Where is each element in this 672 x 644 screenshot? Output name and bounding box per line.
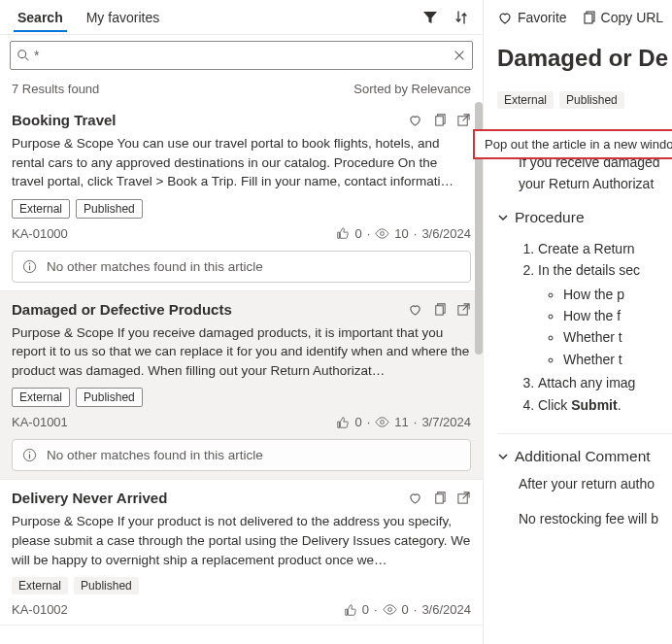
thumb-icon[interactable] bbox=[336, 416, 350, 429]
result-card[interactable]: Delivery Never Arrived Purpose & Scope I… bbox=[0, 480, 483, 626]
article-preview-panel: Favorite Copy URL Damaged or De External… bbox=[484, 0, 672, 644]
search-box bbox=[10, 41, 473, 70]
popout-icon[interactable] bbox=[456, 113, 471, 127]
result-date: 3/6/2024 bbox=[421, 226, 471, 241]
no-match-notice: No other matches found in this article bbox=[12, 439, 471, 471]
purpose-line2: your Return Authorizat bbox=[519, 173, 672, 194]
result-date: 3/6/2024 bbox=[421, 602, 471, 617]
result-id: KA-01001 bbox=[12, 415, 68, 429]
badge-published: Published bbox=[559, 91, 624, 109]
heart-icon[interactable] bbox=[408, 113, 422, 127]
clear-search-icon[interactable] bbox=[453, 49, 466, 62]
additional-line2: No restocking fee will b bbox=[519, 508, 672, 529]
popout-icon[interactable] bbox=[456, 491, 471, 505]
badge: Published bbox=[74, 577, 139, 594]
badge: Published bbox=[76, 388, 143, 407]
svg-point-16 bbox=[387, 608, 391, 612]
search-panel: Search My favorites 7 Results found Sort… bbox=[0, 0, 484, 644]
article-title: Damaged or De bbox=[484, 37, 672, 84]
result-snippet: Purpose & Scope You can use our travel p… bbox=[12, 134, 471, 191]
thumb-icon[interactable] bbox=[344, 603, 357, 617]
result-card[interactable]: Booking Travel Purpose & Scope You can u… bbox=[0, 102, 483, 291]
copy-icon[interactable] bbox=[432, 302, 447, 317]
copy-icon[interactable] bbox=[432, 113, 447, 127]
search-input[interactable] bbox=[30, 48, 453, 63]
svg-point-7 bbox=[29, 262, 31, 264]
filter-icon[interactable] bbox=[415, 6, 446, 29]
results-count: 7 Results found bbox=[12, 82, 99, 96]
popout-tooltip: Pop out the article in a new window bbox=[473, 129, 672, 159]
tab-search[interactable]: Search bbox=[6, 4, 75, 31]
svg-point-10 bbox=[381, 421, 385, 424]
no-match-notice: No other matches found in this article bbox=[12, 251, 471, 283]
favorite-button[interactable]: Favorite bbox=[497, 10, 567, 25]
svg-rect-14 bbox=[436, 494, 444, 503]
chevron-down-icon bbox=[497, 451, 509, 462]
svg-rect-8 bbox=[436, 305, 444, 314]
tabs-row: Search My favorites bbox=[0, 0, 483, 35]
result-snippet: Purpose & Scope If your product is not d… bbox=[12, 512, 471, 569]
section-additional-toggle[interactable]: Additional Comment bbox=[497, 448, 672, 465]
badge-external: External bbox=[497, 91, 554, 109]
svg-point-4 bbox=[381, 231, 385, 235]
svg-point-13 bbox=[29, 452, 31, 454]
sort-label[interactable]: Sorted by Relevance bbox=[353, 82, 471, 96]
sort-icon[interactable] bbox=[446, 6, 477, 29]
heart-icon[interactable] bbox=[408, 302, 422, 317]
svg-point-0 bbox=[18, 51, 26, 58]
result-card[interactable]: Damaged or Defective Products Purpose & … bbox=[0, 291, 483, 481]
views-icon bbox=[375, 226, 389, 241]
search-icon bbox=[17, 49, 30, 62]
heart-icon[interactable] bbox=[408, 491, 422, 505]
result-title: Damaged or Defective Products bbox=[12, 301, 232, 318]
popout-icon[interactable] bbox=[456, 302, 471, 317]
copy-icon[interactable] bbox=[432, 491, 447, 505]
svg-rect-2 bbox=[436, 117, 444, 125]
result-date: 3/7/2024 bbox=[421, 415, 471, 429]
chevron-down-icon bbox=[497, 212, 509, 223]
badge: External bbox=[12, 577, 68, 594]
result-id: KA-01000 bbox=[12, 226, 68, 241]
result-snippet: Purpose & Scope If you receive damaged p… bbox=[12, 323, 471, 381]
section-procedure-toggle[interactable]: Procedure bbox=[497, 209, 672, 226]
additional-line1: After your return autho bbox=[519, 473, 672, 494]
svg-rect-17 bbox=[585, 14, 592, 23]
badge: External bbox=[12, 199, 70, 219]
result-title: Booking Travel bbox=[12, 112, 117, 128]
views-icon bbox=[383, 602, 397, 617]
result-title: Delivery Never Arrived bbox=[12, 490, 167, 506]
procedure-list: Create a Return In the details sec How t… bbox=[519, 238, 672, 416]
badge: External bbox=[12, 388, 70, 407]
copy-url-button[interactable]: Copy URL bbox=[581, 10, 664, 25]
views-icon bbox=[375, 415, 389, 429]
article-badges: External Published bbox=[484, 91, 672, 113]
tab-favorites[interactable]: My favorites bbox=[75, 4, 171, 31]
thumb-icon[interactable] bbox=[336, 226, 350, 240]
result-id: KA-01002 bbox=[12, 602, 68, 617]
svg-line-1 bbox=[25, 57, 29, 61]
badge: Published bbox=[76, 199, 143, 219]
results-list: Booking Travel Purpose & Scope You can u… bbox=[0, 102, 483, 644]
